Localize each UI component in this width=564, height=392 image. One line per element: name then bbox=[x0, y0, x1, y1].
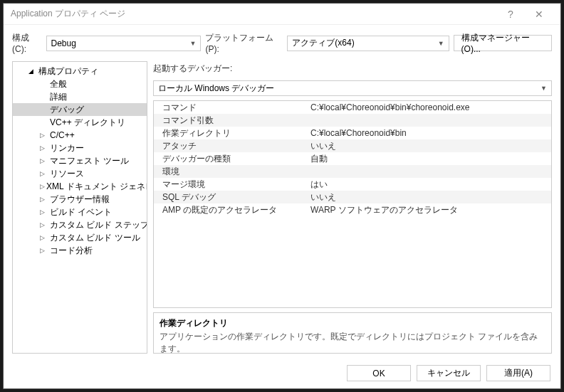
ok-button[interactable]: OK bbox=[347, 365, 411, 381]
debugger-section-label: 起動するデバッガー: bbox=[153, 61, 552, 76]
property-value: いいえ bbox=[310, 140, 551, 152]
tree-item[interactable]: ▷マニフェスト ツール bbox=[13, 154, 147, 167]
close-button[interactable]: ✕ bbox=[525, 9, 553, 20]
tree-item-label: リソース bbox=[48, 168, 84, 180]
property-row[interactable]: デバッガーの種類自動 bbox=[154, 152, 551, 165]
config-manager-button[interactable]: 構成マネージャー(O)... bbox=[454, 35, 552, 51]
property-grid[interactable]: コマンドC:¥local¥Choreonoid¥bin¥choreonoid.e… bbox=[153, 100, 552, 308]
tree-item[interactable]: 詳細 bbox=[13, 90, 147, 103]
property-key: デバッガーの種類 bbox=[154, 153, 310, 165]
window-title: Application プロパティ ページ bbox=[11, 8, 496, 20]
property-page-dialog: Application プロパティ ページ ? ✕ 構成(C): Debug ▼… bbox=[3, 3, 561, 389]
property-row[interactable]: SQL デバッグいいえ bbox=[154, 191, 551, 203]
description-title: 作業ディレクトリ bbox=[160, 317, 545, 329]
tree-item[interactable]: ▷ビルド イベント bbox=[13, 206, 147, 218]
tree-item[interactable]: ▷カスタム ビルド ツール bbox=[13, 231, 147, 244]
tree-item[interactable]: ▷ブラウザー情報 bbox=[13, 193, 147, 206]
arrow-right-icon: ▷ bbox=[40, 221, 48, 228]
toolbar: 構成(C): Debug ▼ プラットフォーム(P): アクティブ(x64) ▼… bbox=[4, 25, 560, 61]
arrow-right-icon: ▷ bbox=[40, 144, 48, 152]
property-value: WARP ソフトウェアのアクセラレータ bbox=[310, 204, 551, 216]
property-key: SQL デバッグ bbox=[154, 191, 310, 203]
footer: OK キャンセル 適用(A) bbox=[4, 358, 560, 388]
tree-root-label: 構成プロパティ bbox=[37, 65, 98, 78]
property-key: アタッチ bbox=[154, 140, 310, 152]
debugger-select[interactable]: ローカル Windows デバッガー ▼ bbox=[153, 80, 552, 96]
property-key: 作業ディレクトリ bbox=[154, 127, 310, 139]
property-key: マージ環境 bbox=[154, 179, 310, 191]
tree-item[interactable]: ▷リソース bbox=[13, 167, 147, 180]
tree-item-label: VC++ ディレクトリ bbox=[48, 117, 125, 129]
property-row[interactable]: コマンドC:¥local¥Choreonoid¥bin¥choreonoid.e… bbox=[154, 101, 551, 114]
arrow-right-icon: ▷ bbox=[40, 196, 48, 203]
config-label: 構成(C): bbox=[12, 32, 42, 54]
tree-item-label: カスタム ビルド ツール bbox=[48, 232, 140, 244]
tree-item[interactable]: 全般 bbox=[13, 78, 147, 90]
property-key: コマンド引数 bbox=[154, 115, 310, 127]
property-row[interactable]: 作業ディレクトリC:¥local¥Choreonoid¥bin bbox=[154, 127, 551, 139]
tree-item-label: XML ドキュメント ジェネレーター bbox=[45, 181, 147, 193]
property-row[interactable]: アタッチいいえ bbox=[154, 139, 551, 152]
config-value: Debug bbox=[51, 38, 76, 48]
tree-item[interactable]: ▷コード分析 bbox=[13, 244, 147, 257]
tree-item[interactable]: VC++ ディレクトリ bbox=[13, 116, 147, 129]
property-row[interactable]: コマンド引数 bbox=[154, 114, 551, 127]
cancel-label: キャンセル bbox=[427, 367, 470, 379]
property-key: コマンド bbox=[154, 102, 310, 114]
tree-item[interactable]: ▷C/C++ bbox=[13, 129, 147, 142]
apply-button[interactable]: 適用(A) bbox=[486, 365, 550, 381]
property-key: 環境 bbox=[154, 166, 310, 178]
arrow-right-icon: ▷ bbox=[40, 208, 48, 216]
tree-item[interactable]: ▷リンカー bbox=[13, 142, 147, 154]
ok-label: OK bbox=[372, 369, 385, 378]
arrow-right-icon: ▷ bbox=[40, 157, 48, 164]
arrow-right-icon: ▷ bbox=[40, 234, 48, 241]
description-text: アプリケーションの作業ディレクトリです。既定でディレクトリにはプロジェクト ファ… bbox=[160, 331, 545, 355]
property-value: はい bbox=[310, 179, 551, 191]
description-panel: 作業ディレクトリ アプリケーションの作業ディレクトリです。既定でディレクトリには… bbox=[153, 312, 552, 354]
property-row[interactable]: マージ環境はい bbox=[154, 178, 551, 191]
titlebar: Application プロパティ ページ ? ✕ bbox=[4, 4, 560, 25]
tree-item-label: 詳細 bbox=[48, 91, 67, 103]
tree-item-label: ビルド イベント bbox=[48, 206, 112, 218]
nav-tree[interactable]: ◢構成プロパティ全般詳細デバッグVC++ ディレクトリ▷C/C++▷リンカー▷マ… bbox=[12, 61, 147, 354]
tree-item-label: マニフェスト ツール bbox=[48, 155, 129, 167]
chevron-down-icon: ▼ bbox=[540, 85, 547, 92]
content-pane: 起動するデバッガー: ローカル Windows デバッガー ▼ コマンドC:¥l… bbox=[153, 61, 552, 354]
property-value: 自動 bbox=[310, 153, 551, 165]
platform-value: アクティブ(x64) bbox=[292, 37, 354, 49]
help-button[interactable]: ? bbox=[496, 9, 525, 20]
tree-item[interactable]: ▷カスタム ビルド ステップ bbox=[13, 218, 147, 231]
apply-label: 適用(A) bbox=[504, 367, 533, 379]
property-value: C:¥local¥Choreonoid¥bin¥choreonoid.exe bbox=[310, 102, 551, 112]
cancel-button[interactable]: キャンセル bbox=[417, 365, 481, 381]
property-value: いいえ bbox=[310, 191, 551, 203]
tree-item-label: カスタム ビルド ステップ bbox=[48, 219, 147, 231]
chevron-down-icon: ▼ bbox=[438, 40, 444, 47]
arrow-down-icon: ◢ bbox=[28, 68, 37, 75]
tree-item-label: コード分析 bbox=[48, 245, 93, 257]
config-manager-label: 構成マネージャー(O)... bbox=[461, 32, 544, 54]
arrow-right-icon: ▷ bbox=[40, 247, 48, 254]
tree-item-label: ブラウザー情報 bbox=[48, 194, 110, 206]
property-key: AMP の既定のアクセラレータ bbox=[154, 204, 310, 216]
tree-item-label: デバッグ bbox=[48, 104, 84, 116]
platform-select[interactable]: アクティブ(x64) ▼ bbox=[287, 36, 449, 51]
tree-item-label: 全般 bbox=[48, 78, 67, 90]
tree-item-label: C/C++ bbox=[48, 130, 75, 140]
property-value: C:¥local¥Choreonoid¥bin bbox=[310, 128, 551, 138]
arrow-right-icon: ▷ bbox=[40, 183, 45, 190]
tree-item[interactable]: ▷XML ドキュメント ジェネレーター bbox=[13, 180, 147, 193]
tree-root[interactable]: ◢構成プロパティ bbox=[13, 65, 147, 78]
body: ◢構成プロパティ全般詳細デバッグVC++ ディレクトリ▷C/C++▷リンカー▷マ… bbox=[4, 61, 560, 358]
arrow-right-icon: ▷ bbox=[40, 170, 48, 177]
property-row[interactable]: AMP の既定のアクセラレータWARP ソフトウェアのアクセラレータ bbox=[154, 203, 551, 216]
config-select[interactable]: Debug ▼ bbox=[46, 36, 202, 51]
tree-item[interactable]: デバッグ bbox=[13, 103, 147, 116]
debugger-value: ローカル Windows デバッガー bbox=[158, 83, 274, 95]
property-row[interactable]: 環境 bbox=[154, 165, 551, 178]
platform-label: プラットフォーム(P): bbox=[205, 32, 283, 54]
tree-item-label: リンカー bbox=[48, 142, 84, 154]
chevron-down-icon: ▼ bbox=[189, 40, 196, 47]
arrow-right-icon: ▷ bbox=[40, 132, 48, 139]
